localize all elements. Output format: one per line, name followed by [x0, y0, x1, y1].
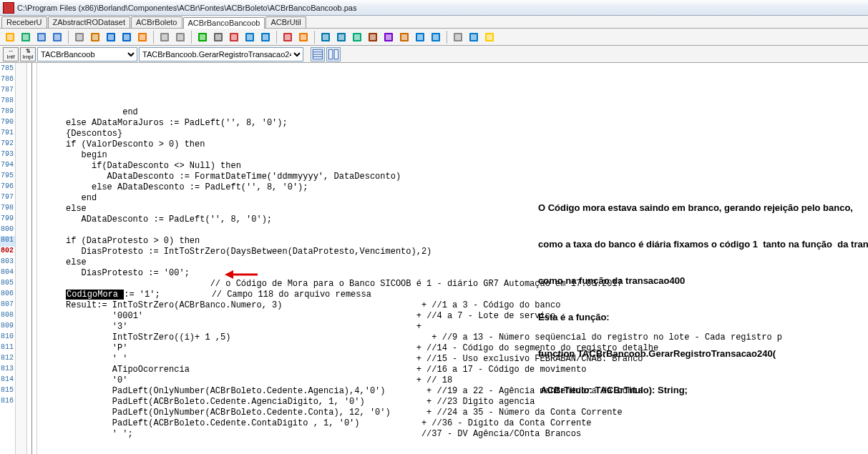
svg-rect-19: [162, 34, 167, 40]
svg-rect-37: [323, 34, 328, 40]
bookmark-button[interactable]: [281, 30, 295, 44]
code-area[interactable]: O Código mora estava saindo em branco, g…: [37, 63, 868, 454]
code-line[interactable]: [37, 440, 868, 450]
stepinto-button[interactable]: [243, 30, 257, 44]
unit-button[interactable]: [381, 30, 396, 44]
svg-rect-23: [200, 34, 205, 40]
class-selector[interactable]: TACBrBancoob: [37, 47, 137, 61]
find-button[interactable]: [157, 30, 172, 44]
window-title: C:\Program Files (x86)\Borland\Component…: [17, 4, 356, 12]
svg-rect-17: [140, 34, 145, 40]
code-line[interactable]: else ADataMoraJuros := PadLeft('', 8, '0…: [37, 118, 868, 129]
svg-rect-25: [215, 34, 221, 40]
bulb-button[interactable]: [482, 30, 497, 44]
code-line[interactable]: end: [37, 107, 868, 118]
svg-rect-29: [247, 34, 253, 40]
paste-button[interactable]: [104, 30, 118, 44]
help-button[interactable]: [467, 30, 481, 44]
svg-rect-57: [487, 34, 492, 40]
svg-rect-51: [433, 34, 439, 40]
editor: 7857867877887897907917927937947957967977…: [0, 63, 868, 454]
view-mode-1-button[interactable]: [311, 47, 325, 61]
annotation-arrow-icon: [223, 267, 259, 282]
svg-rect-33: [285, 34, 291, 40]
nav-intf-button[interactable]: ↔Intf: [3, 47, 19, 61]
nav-bar: ↔Intf ⇅Impl TACBrBancoob TACBrBancoob.Ge…: [0, 46, 868, 63]
window-titlebar: C:\Program Files (x86)\Borland\Component…: [0, 0, 868, 16]
undo-button[interactable]: [120, 30, 134, 44]
type-button[interactable]: [350, 30, 364, 44]
svg-rect-7: [54, 34, 60, 40]
replace-button[interactable]: [173, 30, 187, 44]
win-button[interactable]: [397, 30, 411, 44]
code-line[interactable]: {Descontos}: [37, 129, 868, 139]
svg-rect-27: [231, 34, 237, 40]
file-tab[interactable]: ACBrUtil: [265, 16, 306, 28]
save-button[interactable]: [34, 30, 49, 44]
file-tabs: ReceberUZAbstractRODatasetACBrBoletoACBr…: [0, 16, 868, 29]
code-line[interactable]: ' '; //37 - DV Agência/COnta Brancos: [37, 429, 868, 440]
svg-rect-3: [23, 34, 29, 40]
cut-button[interactable]: [72, 30, 87, 44]
svg-rect-45: [386, 34, 391, 40]
open-button[interactable]: [19, 30, 33, 44]
new-button[interactable]: [3, 30, 17, 44]
file-tab[interactable]: ReceberU: [1, 16, 47, 28]
tree-button[interactable]: [334, 30, 348, 44]
svg-rect-11: [92, 34, 98, 40]
svg-rect-9: [77, 34, 82, 40]
file-tab[interactable]: ACBrBoleto: [131, 16, 182, 28]
svg-rect-15: [124, 34, 130, 40]
redo-button[interactable]: [135, 30, 150, 44]
app-icon: [3, 2, 14, 14]
code-line[interactable]: if(DataDesconto <> Null) then: [37, 161, 868, 172]
svg-rect-47: [401, 34, 407, 40]
folder-button[interactable]: [318, 30, 333, 44]
svg-rect-43: [370, 34, 376, 40]
run-button[interactable]: [195, 30, 210, 44]
svg-rect-1: [7, 34, 13, 40]
bp-button[interactable]: [296, 30, 311, 44]
svg-marker-66: [225, 270, 233, 279]
annotation-text: O Código mora estava saindo em branco, g…: [538, 177, 868, 420]
file-tab[interactable]: ZAbstractRODataset: [48, 16, 130, 28]
grid-button[interactable]: [429, 30, 443, 44]
svg-rect-63: [334, 49, 338, 59]
db-button[interactable]: [413, 30, 427, 44]
view-mode-2-button[interactable]: [326, 47, 341, 61]
svg-rect-41: [354, 34, 360, 40]
code-line[interactable]: if (ValorDesconto > 0) then: [37, 139, 868, 150]
cfg-button[interactable]: [451, 30, 465, 44]
line-gutter: 7857867877887897907917927937947957967977…: [0, 63, 16, 454]
svg-rect-55: [471, 34, 477, 40]
svg-rect-53: [455, 34, 461, 40]
copy-button[interactable]: [88, 30, 102, 44]
main-toolbar: [0, 29, 868, 46]
fold-gutter: [27, 63, 37, 454]
nav-impl-button[interactable]: ⇅Impl: [20, 47, 36, 61]
code-line[interactable]: begin: [37, 150, 868, 161]
method-selector[interactable]: TACBrBancoob.GerarRegistroTransacao240: [139, 47, 303, 61]
svg-rect-35: [301, 34, 306, 40]
svg-rect-39: [338, 34, 344, 40]
pause-button[interactable]: [211, 30, 225, 44]
svg-rect-62: [328, 49, 333, 59]
saveall-button[interactable]: [50, 30, 64, 44]
svg-rect-31: [263, 34, 268, 40]
svg-rect-13: [108, 34, 114, 40]
marker-gutter: [16, 63, 27, 454]
file-tab[interactable]: ACBrBancoBancoob: [183, 17, 265, 29]
svg-rect-21: [177, 34, 183, 40]
svg-rect-49: [417, 34, 423, 40]
class-button[interactable]: [366, 30, 380, 44]
svg-rect-5: [39, 34, 44, 40]
stop-button[interactable]: [227, 30, 241, 44]
stepover-button[interactable]: [258, 30, 273, 44]
